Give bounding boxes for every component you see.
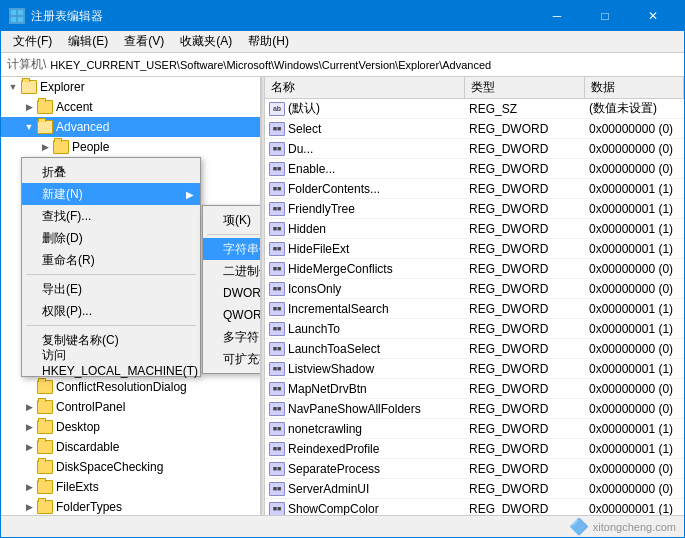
table-row[interactable]: ■■ HideMergeConflicts REG_DWORD 0x000000… (265, 259, 684, 279)
tree-item-people[interactable]: ▶ People (1, 137, 260, 157)
table-row[interactable]: ■■ SeparateProcess REG_DWORD 0x00000000 … (265, 459, 684, 479)
cell-name: ■■ Du... (265, 142, 465, 156)
ctx-delete[interactable]: 删除(D) (22, 227, 200, 249)
address-path: HKEY_CURRENT_USER\Software\Microsoft\Win… (50, 59, 491, 71)
reg-icon: ■■ (269, 462, 285, 476)
folder-icon-discardable (37, 440, 53, 454)
minimize-button[interactable]: ─ (534, 1, 580, 31)
tree-item-conflict[interactable]: ▶ ConflictResolutionDialog (1, 377, 260, 397)
expand-controlpanel[interactable]: ▶ (21, 399, 37, 415)
tree-item-controlpanel[interactable]: ▶ ControlPanel (1, 397, 260, 417)
menu-item-h[interactable]: 帮助(H) (240, 31, 297, 52)
sub-item-key[interactable]: 项(K) (203, 209, 261, 231)
table-row[interactable]: ■■ IncrementalSearch REG_DWORD 0x0000000… (265, 299, 684, 319)
ctx-export[interactable]: 导出(E) (22, 278, 200, 300)
table-row[interactable]: ■■ FriendlyTree REG_DWORD 0x00000001 (1) (265, 199, 684, 219)
tree-item-foldertypes[interactable]: ▶ FolderTypes (1, 497, 260, 515)
table-row[interactable]: ■■ Select REG_DWORD 0x00000000 (0) (265, 119, 684, 139)
table-row[interactable]: ■■ Enable... REG_DWORD 0x00000000 (0) (265, 159, 684, 179)
expand-discardable[interactable]: ▶ (21, 439, 37, 455)
tree-label-foldertypes: FolderTypes (56, 500, 122, 514)
tree-item-advanced[interactable]: ▼ Advanced (1, 117, 260, 137)
cell-type: REG_DWORD (465, 342, 585, 356)
expand-conflict[interactable]: ▶ (21, 379, 37, 395)
table-row[interactable]: ■■ MapNetDrvBtn REG_DWORD 0x00000000 (0) (265, 379, 684, 399)
reg-icon-ab: ab (269, 102, 285, 116)
expand-desktop[interactable]: ▶ (21, 419, 37, 435)
reg-icon: ■■ (269, 382, 285, 396)
folder-icon-desktop (37, 420, 53, 434)
table-row[interactable]: ■■ FolderContents... REG_DWORD 0x0000000… (265, 179, 684, 199)
col-header-type[interactable]: 类型 (465, 77, 585, 98)
cell-name-text: ServerAdminUI (288, 482, 369, 496)
ctx-find[interactable]: 查找(F)... (22, 205, 200, 227)
sub-item-qword[interactable]: QWORD (64 位值)(Q) (203, 304, 261, 326)
table-row[interactable]: ■■ Du... REG_DWORD 0x00000000 (0) (265, 139, 684, 159)
tree-item-discardable[interactable]: ▶ Discardable (1, 437, 260, 457)
table-row[interactable]: ■■ ShowCompColor REG_DWORD 0x00000001 (1… (265, 499, 684, 515)
tree-item-explorer[interactable]: ▼ Explorer (1, 77, 260, 97)
cell-type: REG_DWORD (465, 362, 585, 376)
ctx-collapse[interactable]: 折叠 (22, 161, 200, 183)
cell-data: 0x00000000 (0) (585, 482, 684, 496)
expand-advanced[interactable]: ▼ (21, 119, 37, 135)
sub-item-expand[interactable]: 可扩充字符串值(E) (203, 348, 261, 370)
table-row[interactable]: ■■ ServerAdminUI REG_DWORD 0x00000000 (0… (265, 479, 684, 499)
menu-item-a[interactable]: 收藏夹(A) (172, 31, 240, 52)
table-row[interactable]: ■■ ReindexedProfile REG_DWORD 0x00000001… (265, 439, 684, 459)
table-row[interactable]: ■■ IconsOnly REG_DWORD 0x00000000 (0) (265, 279, 684, 299)
menu-item-v[interactable]: 查看(V) (116, 31, 172, 52)
cell-data: 0x00000001 (1) (585, 502, 684, 516)
tree-item-desktop[interactable]: ▶ Desktop (1, 417, 260, 437)
sub-item-multi[interactable]: 多字符串值(M) (203, 326, 261, 348)
table-row[interactable]: ■■ HideFileExt REG_DWORD 0x00000001 (1) (265, 239, 684, 259)
table-row[interactable]: ■■ ListviewShadow REG_DWORD 0x00000001 (… (265, 359, 684, 379)
table-row[interactable]: ■■ LaunchToaSelect REG_DWORD 0x00000000 … (265, 339, 684, 359)
expand-diskspace[interactable]: ▶ (21, 459, 37, 475)
table-row[interactable]: ■■ Hidden REG_DWORD 0x00000001 (1) (265, 219, 684, 239)
cell-name-text: FriendlyTree (288, 202, 355, 216)
maximize-button[interactable]: □ (582, 1, 628, 31)
sub-item-dword[interactable]: DWORD (32 位值)(D) (203, 282, 261, 304)
tree-item-fileexts[interactable]: ▶ FileExts (1, 477, 260, 497)
table-row[interactable]: ■■ LaunchTo REG_DWORD 0x00000001 (1) (265, 319, 684, 339)
ctx-access[interactable]: 访问 HKEY_LOCAL_MACHINE(T) (22, 351, 200, 373)
col-header-data[interactable]: 数据 (585, 77, 684, 98)
menu-item-f[interactable]: 文件(F) (5, 31, 60, 52)
cell-data: 0x00000001 (1) (585, 322, 684, 336)
app-icon (9, 8, 25, 24)
cell-type: REG_DWORD (465, 462, 585, 476)
expand-foldertypes[interactable]: ▶ (21, 499, 37, 515)
ctx-new[interactable]: 新建(N) ▶ 项(K) 字符串值(S) 二进制值(B) (22, 183, 200, 205)
cell-name: ■■ NavPaneShowAllFolders (265, 402, 465, 416)
cell-data: 0x00000000 (0) (585, 282, 684, 296)
expand-explorer[interactable]: ▼ (5, 79, 21, 95)
ctx-rename[interactable]: 重命名(R) (22, 249, 200, 271)
close-button[interactable]: ✕ (630, 1, 676, 31)
menu-item-e[interactable]: 编辑(E) (60, 31, 116, 52)
table-row[interactable]: ■■ NavPaneShowAllFolders REG_DWORD 0x000… (265, 399, 684, 419)
cell-type: REG_DWORD (465, 222, 585, 236)
cell-name: ■■ ServerAdminUI (265, 482, 465, 496)
tree-item-accent[interactable]: ▶ Accent (1, 97, 260, 117)
cell-name-text: Du... (288, 142, 313, 156)
ctx-export-label: 导出(E) (42, 281, 82, 298)
col-header-name[interactable]: 名称 (265, 77, 465, 98)
cell-name-text: (默认) (288, 100, 320, 117)
ctx-permissions[interactable]: 权限(P)... (22, 300, 200, 322)
cell-data: 0x00000000 (0) (585, 142, 684, 156)
cell-type: REG_DWORD (465, 302, 585, 316)
expand-accent[interactable]: ▶ (21, 99, 37, 115)
expand-people[interactable]: ▶ (37, 139, 53, 155)
table-row[interactable]: ab (默认) REG_SZ (数值未设置) (265, 99, 684, 119)
table-row[interactable]: ■■ nonetcrawling REG_DWORD 0x00000001 (1… (265, 419, 684, 439)
col-type-label: 类型 (471, 79, 495, 96)
table-body[interactable]: ab (默认) REG_SZ (数值未设置) ■■ Select REG_DWO… (265, 99, 684, 515)
tree-item-diskspace[interactable]: ▶ DiskSpaceChecking (1, 457, 260, 477)
cell-name-text: IncrementalSearch (288, 302, 389, 316)
sub-item-string[interactable]: 字符串值(S) (203, 238, 261, 260)
expand-fileexts[interactable]: ▶ (21, 479, 37, 495)
sub-qword-label: QWORD (64 位值)(Q) (223, 307, 261, 324)
sub-item-binary[interactable]: 二进制值(B) (203, 260, 261, 282)
title-bar-left: 注册表编辑器 (9, 8, 103, 25)
